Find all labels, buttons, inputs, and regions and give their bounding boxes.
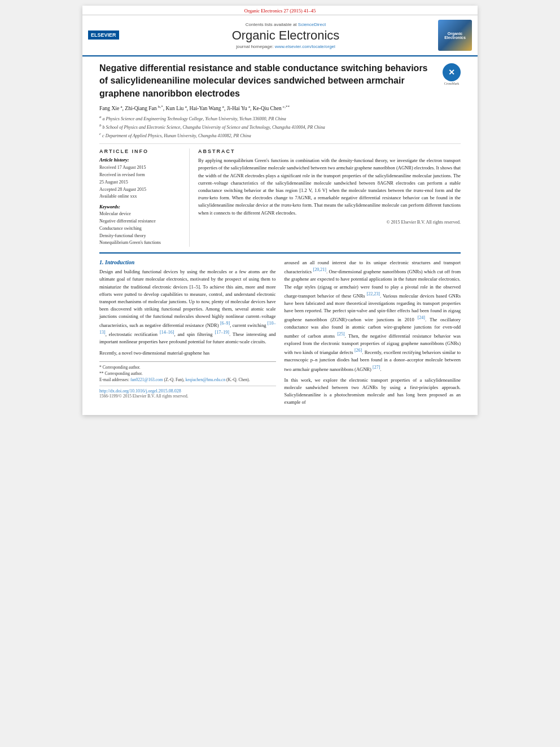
ref-24[interactable]: [24] xyxy=(418,315,425,320)
contents-line: Contents lists available at ScienceDirec… xyxy=(133,22,438,27)
doi-line[interactable]: http://dx.doi.org/10.1016/j.orgel.2015.0… xyxy=(99,388,276,394)
ref-25[interactable]: [25] xyxy=(337,331,344,337)
email-chen-link[interactable]: keqiuchen@hnu.edu.cn xyxy=(186,377,226,382)
title-section: ✕ CrossMark Negative differential resist… xyxy=(99,62,461,100)
right-para1: aroused an all round interest due to its… xyxy=(285,259,461,373)
keyword-1: Molecular device xyxy=(99,211,183,218)
ref-10-13[interactable]: [10–13] xyxy=(99,321,275,335)
ref-14-16[interactable]: [14–16] xyxy=(160,330,174,335)
journal-header: ELSEVIER Contents lists available at Sci… xyxy=(82,15,478,56)
journal-center: Contents lists available at ScienceDirec… xyxy=(133,22,438,49)
intro-section-title: 1. Introduction xyxy=(99,259,276,265)
article-body: ✕ CrossMark Negative differential resist… xyxy=(82,56,478,415)
crossmark-icon: ✕ xyxy=(448,68,455,77)
crossmark-label: CrossMark xyxy=(443,82,461,85)
right-para2: In this work, we explore the electronic … xyxy=(285,377,461,407)
body-right-col: aroused an all round interest due to its… xyxy=(285,259,461,409)
elsevier-wordmark: ELSEVIER xyxy=(91,32,116,38)
homepage-link[interactable]: www.elsevier.com/locate/orgel xyxy=(275,44,335,49)
intro-para1: Design and building functional devices b… xyxy=(99,268,276,346)
journal-citation: Organic Electronics 27 (2015) 41–45 xyxy=(244,8,316,14)
ref-20-21[interactable]: [20,21] xyxy=(313,267,326,272)
article-info-heading: ARTICLE INFO xyxy=(99,148,183,154)
history-heading: Article history: xyxy=(99,157,183,163)
article-title: Negative differential resistance and sta… xyxy=(99,62,461,100)
copyright: © 2015 Elsevier B.V. All rights reserved… xyxy=(198,220,461,225)
article-info-col: ARTICLE INFO Article history: Received 1… xyxy=(99,148,190,247)
body-left-col: 1. Introduction Design and building func… xyxy=(99,259,276,409)
sciencedirect-link[interactable]: ScienceDirect xyxy=(298,22,326,27)
issn-line: 1566-1199/© 2015 Elsevier B.V. All right… xyxy=(99,394,276,399)
homepage-line: journal homepage: www.elsevier.com/locat… xyxy=(133,44,438,49)
abstract-col: ABSTRACT By applying nonequilibrium Gree… xyxy=(198,148,461,247)
affiliations: a a Physics Science and Engineering Tech… xyxy=(99,114,461,139)
page: Organic Electronics 27 (2015) 41–45 ELSE… xyxy=(82,6,478,415)
keyword-5: Nonequilibrium Green's functions xyxy=(99,239,183,247)
info-abstract-section: ARTICLE INFO Article history: Received 1… xyxy=(99,143,461,247)
history-received: Received 17 August 2015 xyxy=(99,164,183,172)
footnote-corresponding1: * Corresponding author. xyxy=(99,364,276,370)
doi-link[interactable]: http://dx.doi.org/10.1016/j.orgel.2015.0… xyxy=(99,388,181,394)
journal-thumb-label: OrganicElectronics xyxy=(444,32,466,40)
history-online: Available online xxx xyxy=(99,193,183,200)
ref-6-9[interactable]: [6–9] xyxy=(220,321,230,326)
journal-thumbnail: OrganicElectronics xyxy=(438,20,472,51)
ref-22-23[interactable]: [22,23] xyxy=(367,291,380,296)
ref-17-19[interactable]: [17–19] xyxy=(215,330,229,335)
ref-26[interactable]: [26] xyxy=(355,348,362,353)
footnote-corresponding2: ** Corresponding author. xyxy=(99,370,276,377)
abstract-text: By applying nonequilibrium Green's funct… xyxy=(198,157,461,216)
keywords-heading: Keywords: xyxy=(99,204,183,209)
journal-title: Organic Electronics xyxy=(133,28,438,43)
journal-bar: Organic Electronics 27 (2015) 41–45 xyxy=(82,6,478,15)
keyword-4: Density-functional theory xyxy=(99,233,183,240)
abstract-heading: ABSTRACT xyxy=(198,148,461,154)
history-accepted: Accepted 28 August 2015 xyxy=(99,186,183,194)
history-revised-date: 25 August 2015 xyxy=(99,179,183,186)
authors-line: Fang Xie a, Zhi-Qiang Fan b,*, Kun Liu a… xyxy=(99,104,461,111)
keyword-3: Conductance switching xyxy=(99,225,183,233)
crossmark-badge[interactable]: ✕ CrossMark xyxy=(443,63,461,85)
body-section: 1. Introduction Design and building func… xyxy=(99,252,461,409)
footnote-section: * Corresponding author. ** Corresponding… xyxy=(99,361,276,399)
elsevier-logo: ELSEVIER xyxy=(88,30,133,41)
footnote-emails: E-mail addresses: fan0221@163.com (Z.-Q.… xyxy=(99,377,276,383)
keyword-2: Negative differential resistance xyxy=(99,218,183,225)
intro-para2: Recently, a novel two-dimensional materi… xyxy=(99,350,276,357)
email-fan-link[interactable]: fan0221@163.com xyxy=(130,377,163,382)
history-revised-label: Received in revised form xyxy=(99,172,183,179)
ref-27[interactable]: [27] xyxy=(373,365,380,370)
